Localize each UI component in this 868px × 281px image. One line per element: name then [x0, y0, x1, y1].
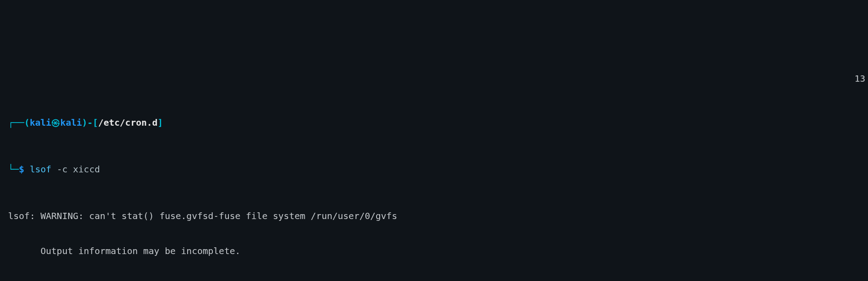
prompt-close: ]	[158, 117, 163, 128]
prompt-dollar: $	[19, 164, 30, 175]
prompt-host: kali	[60, 117, 82, 128]
warning-line: lsof: WARNING: can't stat() fuse.gvfsd-f…	[8, 210, 860, 222]
prompt-corner-top: ┌──(	[8, 117, 30, 128]
prompt-line-2[interactable]: └─$ lsof -c xiccd	[8, 163, 860, 175]
scroll-indicator: 13	[855, 73, 865, 84]
prompt-path: /etc/cron.d	[98, 117, 158, 128]
command-name: lsof	[30, 164, 57, 175]
warning-line: Output information may be incomplete.	[8, 245, 860, 257]
prompt-line-1: ┌──(kali㉿kali)-[/etc/cron.d]	[8, 117, 860, 128]
command-arg: xiccd	[73, 164, 100, 175]
prompt-corner-end: )-[	[82, 117, 98, 128]
prompt-user: kali	[30, 117, 51, 128]
command-flag: -c	[57, 164, 73, 175]
prompt-corner-bot: └─	[8, 164, 19, 175]
prompt-sep: ㉿	[51, 117, 60, 128]
terminal-window[interactable]: 13 ┌──(kali㉿kali)-[/etc/cron.d] └─$ lsof…	[0, 58, 868, 281]
